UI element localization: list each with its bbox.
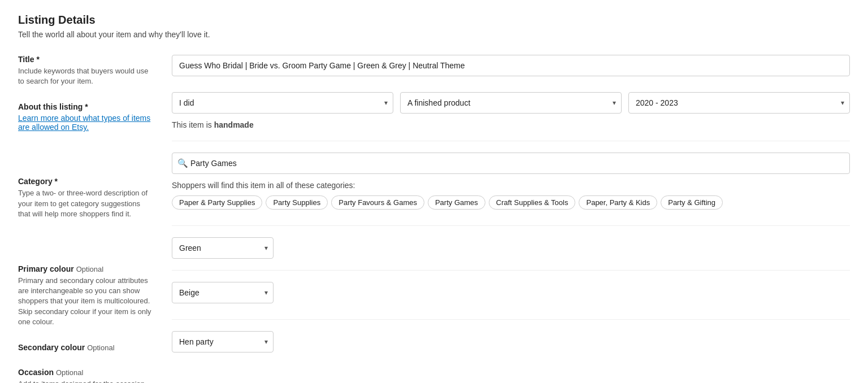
sidebar-category-section: Category * Type a two- or three-word des… — [18, 177, 154, 219]
secondary-colour-section: Beige White Black Blue Red Yellow Pink P… — [172, 282, 850, 303]
category-tag-paper-party[interactable]: Paper & Party Supplies — [172, 195, 262, 210]
sidebar-about-label: About this listing * — [18, 102, 154, 111]
primary-colour-section: Green White Black Blue Red Yellow Pink P… — [172, 237, 850, 259]
divider-1 — [172, 141, 850, 141]
sidebar-secondary-colour-section: Secondary colour Optional — [18, 343, 154, 352]
sidebar-title-desc: Include keywords that buyers would use t… — [18, 66, 154, 86]
sidebar-primary-colour-section: Primary colour Optional Primary and seco… — [18, 264, 154, 327]
category-tag-party-supplies[interactable]: Party Supplies — [266, 195, 328, 210]
category-tags: Paper & Party Supplies Party Supplies Pa… — [172, 195, 850, 210]
sidebar-primary-colour-label: Primary colour Optional — [18, 264, 154, 273]
category-search-input[interactable] — [172, 153, 850, 174]
divider-4 — [172, 319, 850, 320]
primary-colour-select[interactable]: Green White Black Blue Red Yellow Pink P… — [172, 237, 274, 259]
category-tag-party-gifting[interactable]: Party & Gifting — [661, 195, 723, 210]
sidebar-occasion-label: Occasion Optional — [18, 368, 154, 377]
divider-3 — [172, 270, 850, 271]
sidebar-occasion-desc: Add to items designed for the occasion, … — [18, 379, 154, 383]
about-section: I did A member of my shop Another compan… — [172, 92, 850, 114]
occasion-wrapper: Hen party Birthday Wedding Baby shower C… — [172, 331, 274, 352]
title-section — [172, 55, 850, 76]
sidebar-category-desc: Type a two- or three-word description of… — [18, 188, 154, 219]
category-search-wrapper: 🔍 — [172, 153, 850, 174]
secondary-colour-wrapper: Beige White Black Blue Red Yellow Pink P… — [172, 282, 274, 303]
title-input[interactable] — [172, 55, 850, 76]
category-tag-party-games[interactable]: Party Games — [428, 195, 485, 210]
category-section: 🔍 Shoppers will find this item in all of… — [172, 153, 850, 210]
when-made-select[interactable]: 2020 - 2023 2010 - 2019 2001 - 2009 Befo… — [628, 92, 850, 114]
primary-colour-wrapper: Green White Black Blue Red Yellow Pink P… — [172, 237, 274, 259]
sidebar-title-section: Title * Include keywords that buyers wou… — [18, 55, 154, 86]
who-made-select[interactable]: I did A member of my shop Another compan… — [172, 92, 393, 114]
what-is-it-wrapper: A finished product A supply or tool to m… — [400, 92, 622, 114]
handmade-notice: This item is handmade — [172, 120, 850, 129]
when-made-wrapper: 2020 - 2023 2010 - 2019 2001 - 2009 Befo… — [628, 92, 850, 114]
category-tag-party-favours[interactable]: Party Favours & Games — [331, 195, 424, 210]
secondary-colour-select[interactable]: Beige White Black Blue Red Yellow Pink P… — [172, 282, 274, 303]
who-made-wrapper: I did A member of my shop Another compan… — [172, 92, 393, 114]
occasion-section: Hen party Birthday Wedding Baby shower C… — [172, 331, 850, 352]
shoppers-label: Shoppers will find this item in all of t… — [172, 181, 850, 190]
sidebar-category-label: Category * — [18, 177, 154, 186]
sidebar-primary-colour-desc: Primary and secondary colour attributes … — [18, 276, 154, 327]
sidebar-about-link[interactable]: Learn more about what types of items are… — [18, 114, 150, 132]
page-title: Listing Details — [18, 14, 850, 27]
page-subtitle: Tell the world all about your item and w… — [18, 30, 850, 39]
divider-2 — [172, 225, 850, 226]
sidebar-about-section: About this listing * Learn more about wh… — [18, 102, 154, 132]
sidebar-title-label: Title * — [18, 55, 154, 64]
category-tag-paper-party-kids[interactable]: Paper, Party & Kids — [579, 195, 657, 210]
what-is-it-select[interactable]: A finished product A supply or tool to m… — [400, 92, 622, 114]
occasion-select[interactable]: Hen party Birthday Wedding Baby shower C… — [172, 331, 274, 352]
sidebar-occasion-section: Occasion Optional Add to items designed … — [18, 368, 154, 383]
category-tag-craft-supplies[interactable]: Craft Supplies & Tools — [489, 195, 576, 210]
sidebar-secondary-colour-label: Secondary colour Optional — [18, 343, 154, 352]
search-icon: 🔍 — [177, 158, 188, 168]
